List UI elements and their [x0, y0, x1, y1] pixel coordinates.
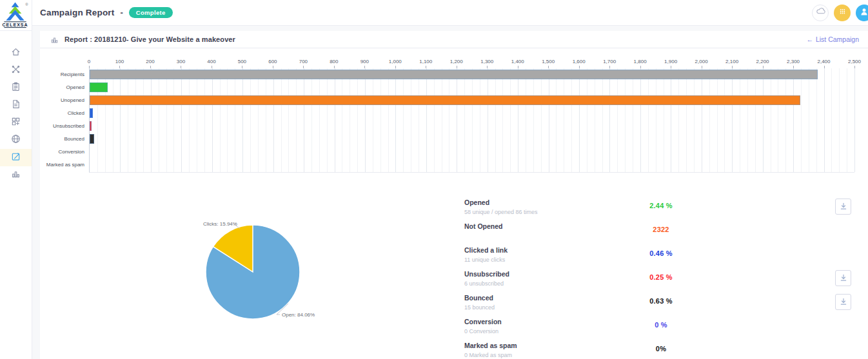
stat-value: 0.63 %: [622, 294, 700, 315]
stat-sublabel: 11 unique clicks: [461, 257, 622, 263]
report-title: Report : 20181210- Give your Website a m…: [64, 35, 235, 43]
bar-unopened: [90, 95, 800, 105]
bar-category-label: Unsubscribed: [40, 120, 89, 133]
bar-category-label: Conversion: [40, 146, 89, 159]
x-tick-label: 2,500: [848, 59, 861, 64]
sidebar-item-bar-chart[interactable]: [0, 166, 32, 184]
sidebar-item-compose[interactable]: [0, 149, 32, 166]
bar-row: [90, 68, 854, 81]
report-summary-section: Clicks: 15.94%Open: 84.06% Opened58 uniq…: [40, 193, 868, 358]
x-tick-label: 1,000: [389, 59, 402, 64]
x-tick-label: 1,700: [603, 59, 616, 64]
sidebar-item-clipboard[interactable]: [0, 79, 32, 97]
stat-value: 0%: [622, 342, 700, 359]
stat-label: Opened: [461, 199, 622, 206]
x-tick-label: 1,200: [450, 59, 463, 64]
x-tick-label: 1,600: [573, 59, 586, 64]
campaign-bar-chart: RecipientsOpenedUnopenedClickedUnsubscri…: [40, 48, 868, 173]
stat-sublabel: 0 Conversion: [461, 328, 622, 335]
bar-unsubscribed: [90, 121, 92, 131]
sidebar-item-home[interactable]: [0, 44, 32, 62]
x-tick-label: 2,300: [787, 59, 800, 64]
brand-logo[interactable]: ® CELEXSA: [0, 0, 32, 31]
bar-recipients: [90, 70, 818, 79]
stat-sublabel: 6 unsubscribed: [461, 280, 622, 287]
title-separator: -: [121, 8, 123, 17]
apps-button[interactable]: [834, 5, 851, 21]
download-icon: [840, 201, 847, 213]
bar-chart-icon: [11, 169, 21, 181]
bar-row: [90, 159, 854, 171]
x-tick-label: 0: [88, 59, 90, 64]
split-icon: [11, 64, 21, 77]
home-icon: [11, 47, 21, 59]
compose-icon: [11, 151, 21, 164]
x-tick-label: 1,900: [664, 59, 677, 64]
stat-sublabel: 58 unique / opened 86 times: [461, 209, 622, 215]
bar-category-label: Unopened: [40, 94, 89, 107]
cloud-icon: [816, 6, 825, 19]
registered-mark: ®: [25, 3, 28, 6]
page-title: Campaign Report: [40, 8, 115, 17]
x-tick-label: 300: [177, 59, 185, 64]
bar-row: [90, 133, 854, 146]
bar-category-label: Clicked: [40, 107, 89, 120]
x-tick-label: 900: [360, 59, 369, 64]
x-tick-label: 700: [299, 59, 308, 64]
svg-text:CELEXSA: CELEXSA: [2, 23, 28, 27]
globe-icon: [11, 134, 21, 146]
bar-row: [90, 81, 854, 94]
download-icon: [840, 296, 847, 308]
stat-value: 0 %: [622, 318, 700, 339]
pie-label-clicks: Clicks: 15.94%: [203, 221, 237, 227]
x-tick-label: 1,400: [511, 59, 524, 64]
back-arrow-icon: ←: [806, 35, 813, 43]
bar-row: [90, 107, 854, 120]
list-campaign-link[interactable]: ← List Campaign: [806, 35, 859, 43]
stat-value: 2.44 %: [622, 199, 700, 220]
x-tick-label: 1,800: [634, 59, 647, 64]
bar-row: [90, 94, 854, 107]
main-content: Report : 20181210- Give your Website a m…: [40, 31, 868, 359]
profile-button[interactable]: [856, 5, 868, 21]
bar-chart-value-axis: 01002003004005006007008009001,0001,1001,…: [89, 56, 854, 68]
download-opened-button[interactable]: [835, 199, 851, 215]
sidebar-item-globe[interactable]: [0, 131, 32, 149]
x-tick-label: 1,100: [419, 59, 432, 64]
report-title-bar: Report : 20181210- Give your Website a m…: [40, 31, 868, 48]
download-unsubscribed-button[interactable]: [835, 270, 851, 286]
stat-sublabel: 15 bounced: [461, 304, 622, 311]
stat-label: Clicked a link: [461, 246, 622, 254]
cloud-button[interactable]: [812, 5, 829, 21]
bar-row: [90, 146, 854, 159]
x-tick-label: 600: [268, 59, 277, 64]
document-icon: [11, 99, 21, 112]
list-campaign-label: List Campaign: [816, 35, 859, 43]
report-chart-icon: [50, 35, 59, 44]
stat-row-conversion: Conversion0 Conversion0 %: [461, 315, 857, 339]
bar-row: [90, 120, 854, 133]
clipboard-icon: [11, 82, 21, 94]
bar-category-label: Marked as spam: [40, 159, 89, 171]
sidebar-item-document[interactable]: [0, 97, 32, 114]
sidebar-item-modules[interactable]: [0, 114, 32, 131]
pie-label-open: Open: 84.06%: [282, 312, 315, 318]
stat-sublabel: 0 Marked as spam: [461, 352, 622, 358]
sidebar-item-split[interactable]: [0, 62, 32, 79]
left-sidebar: [0, 31, 32, 359]
apps-grid-icon: [838, 6, 847, 19]
x-tick-label: 2,200: [756, 59, 769, 64]
x-tick-label: 800: [330, 59, 338, 64]
modules-icon: [11, 117, 21, 129]
open-click-pie-chart: Clicks: 15.94%Open: 84.06%: [40, 193, 453, 358]
bar-category-label: Bounced: [40, 133, 89, 146]
download-bounced-button[interactable]: [835, 294, 851, 310]
x-tick-label: 500: [238, 59, 246, 64]
stat-label: Conversion: [461, 318, 622, 325]
stat-label: Bounced: [461, 294, 622, 302]
x-tick-label: 400: [207, 59, 215, 64]
campaign-stats-card: Opened58 unique / opened 86 times2.44 %N…: [458, 193, 860, 359]
x-tick-label: 2,100: [725, 59, 738, 64]
x-tick-label: 200: [146, 59, 154, 64]
stat-row-opened: Opened58 unique / opened 86 times2.44 %: [461, 196, 857, 220]
